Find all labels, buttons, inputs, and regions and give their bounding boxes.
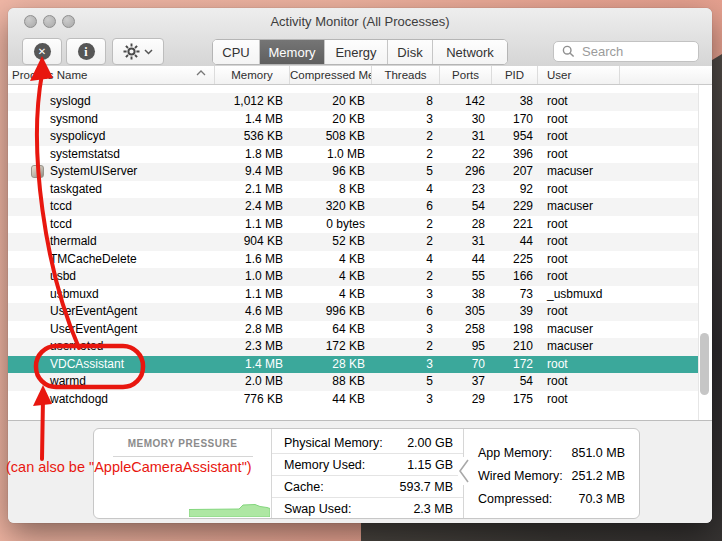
process-table-row[interactable]: SystemUIServer 9.4 MB 96 KB 5 296 207 ma… xyxy=(8,163,698,181)
memory-cell: 2.1 MB xyxy=(215,181,290,199)
stat-row: App Memory: 851.0 MB xyxy=(464,441,639,464)
compressed-mem-cell: 508 KB xyxy=(290,128,372,146)
stats-footer: MEMORY PRESSURE Physical Memory: 2.00 GB… xyxy=(8,420,712,523)
process-table-row[interactable]: UserEventAgent 2.8 MB 64 KB 3 258 198 ma… xyxy=(8,321,698,339)
ports-cell: 305 xyxy=(440,303,492,321)
process-table-row[interactable]: tccd 2.4 MB 320 KB 6 54 229 macuser xyxy=(8,198,698,216)
ports-cell: 31 xyxy=(440,128,492,146)
divider xyxy=(113,456,253,457)
column-header-ports[interactable]: Ports xyxy=(440,66,492,84)
magnifier-icon xyxy=(562,45,575,58)
inspect-process-button[interactable]: i xyxy=(66,38,106,65)
process-table-row[interactable]: usernoted 2.3 MB 172 KB 2 95 210 macuser xyxy=(8,338,698,356)
process-table-row[interactable]: UserEventAgent 4.6 MB 996 KB 6 305 39 ro… xyxy=(8,303,698,321)
memory-cell: 1.4 MB xyxy=(215,111,290,129)
memory-cell: 4.6 MB xyxy=(215,303,290,321)
stat-row: Compressed: 70.3 MB xyxy=(464,487,639,510)
process-table-row[interactable]: syslogd 1,012 KB 20 KB 8 142 38 root xyxy=(8,93,698,111)
process-name-cell: usbmuxd xyxy=(8,286,215,304)
table-header: Process Name Memory Compressed Mem Threa… xyxy=(8,66,712,85)
compressed-mem-cell: 1.0 MB xyxy=(290,146,372,164)
threads-cell: 2 xyxy=(372,268,440,286)
tab-network[interactable]: Network xyxy=(433,40,507,64)
pid-cell: 170 xyxy=(492,111,538,129)
tab-energy[interactable]: Energy xyxy=(325,40,388,64)
memory-cell: 904 KB xyxy=(215,233,290,251)
process-table-row[interactable]: watchdogd 776 KB 44 KB 3 29 175 root xyxy=(8,391,698,409)
process-name-cell: usernoted xyxy=(8,338,215,356)
pid-cell: 207 xyxy=(492,163,538,181)
user-cell: root xyxy=(538,303,620,321)
threads-cell: 3 xyxy=(372,321,440,339)
process-table-row[interactable]: VDCAssistant 1.4 MB 28 KB 3 70 172 root xyxy=(8,356,698,374)
pid-cell: 38 xyxy=(492,93,538,111)
info-circle-icon: i xyxy=(78,43,95,60)
process-table-row[interactable]: TMCacheDelete 1.6 MB 4 KB 4 44 225 root xyxy=(8,251,698,269)
process-table-row[interactable]: syspolicyd 536 KB 508 KB 2 31 954 root xyxy=(8,128,698,146)
threads-cell: 6 xyxy=(372,303,440,321)
column-header-filler xyxy=(620,66,712,84)
ports-cell: 296 xyxy=(440,163,492,181)
tab-disk[interactable]: Disk xyxy=(388,40,433,64)
process-table-row[interactable]: usbmuxd 1.1 MB 4 KB 3 38 73 _usbmuxd xyxy=(8,286,698,304)
column-header-threads[interactable]: Threads xyxy=(372,66,440,84)
user-cell: root xyxy=(538,373,620,391)
tab-cpu[interactable]: CPU xyxy=(213,40,260,64)
process-table-row[interactable]: thermald 904 KB 52 KB 2 31 44 root xyxy=(8,233,698,251)
process-table-row[interactable]: tccd 1.1 MB 0 bytes 2 28 221 root xyxy=(8,216,698,234)
tab-memory[interactable]: Memory xyxy=(260,40,325,64)
ports-cell: 31 xyxy=(440,233,492,251)
threads-cell: 2 xyxy=(372,233,440,251)
process-name-cell: syspolicyd xyxy=(8,128,215,146)
compressed-mem-cell: 4 KB xyxy=(290,268,372,286)
ports-cell: 29 xyxy=(440,391,492,409)
stat-value: 70.3 MB xyxy=(578,492,625,506)
user-cell: root xyxy=(538,181,620,199)
ports-cell: 23 xyxy=(440,181,492,199)
pid-cell: 229 xyxy=(492,198,538,216)
ports-cell: 55 xyxy=(440,268,492,286)
column-header-pid[interactable]: PID xyxy=(492,66,538,84)
user-cell: root xyxy=(538,251,620,269)
scrollbar-thumb[interactable] xyxy=(700,333,709,395)
process-table-row[interactable]: systemstatsd 1.8 MB 1.0 MB 2 22 396 root xyxy=(8,146,698,164)
sort-ascending-icon xyxy=(196,70,206,76)
view-tabs: CPU Memory Energy Disk Network xyxy=(212,39,508,65)
process-table-row[interactable]: taskgated 2.1 MB 8 KB 4 23 92 root xyxy=(8,181,698,199)
quit-process-button[interactable]: ✕ xyxy=(22,38,62,65)
column-header-memory[interactable]: Memory xyxy=(215,66,290,84)
pid-cell: 175 xyxy=(492,391,538,409)
ports-cell: 37 xyxy=(440,373,492,391)
settings-dropdown-button[interactable] xyxy=(112,38,164,65)
stat-label: Memory Used: xyxy=(284,458,365,472)
search-input[interactable] xyxy=(580,43,684,60)
column-header-compressed-mem[interactable]: Compressed Mem xyxy=(290,66,372,84)
ports-cell: 30 xyxy=(440,111,492,129)
compressed-mem-cell: 320 KB xyxy=(290,198,372,216)
stat-label: Physical Memory: xyxy=(284,436,383,450)
process-table-row[interactable]: sysmond 1.4 MB 20 KB 3 30 170 root xyxy=(8,111,698,129)
column-header-process-name[interactable]: Process Name xyxy=(8,66,215,84)
pid-cell: 954 xyxy=(492,128,538,146)
compressed-mem-cell: 4 KB xyxy=(290,286,372,304)
search-field[interactable] xyxy=(553,41,699,62)
process-table-row[interactable]: warmd 2.0 MB 88 KB 5 37 54 root xyxy=(8,373,698,391)
memory-cell: 1.1 MB xyxy=(215,286,290,304)
activity-monitor-window: Activity Monitor (All Processes) ✕ i xyxy=(8,8,712,523)
user-cell: root xyxy=(538,268,620,286)
user-cell: root xyxy=(538,233,620,251)
process-table-row[interactable]: suhelperd 2.0 MB 512 KB 2 33 253 root xyxy=(8,85,698,93)
column-header-user[interactable]: User xyxy=(538,66,620,84)
threads-cell: 2 xyxy=(372,338,440,356)
memory-stats-right-column: App Memory: 851.0 MB Wired Memory: 251.2… xyxy=(464,429,639,518)
pid-cell: 225 xyxy=(492,251,538,269)
stat-row: Wired Memory: 251.2 MB xyxy=(464,464,639,487)
stat-row: Memory Used: 1.15 GB xyxy=(272,454,463,476)
stat-value: 851.0 MB xyxy=(571,446,625,460)
user-cell: root xyxy=(538,93,620,111)
pid-cell: 166 xyxy=(492,268,538,286)
memory-cell: 536 KB xyxy=(215,128,290,146)
ports-cell: 54 xyxy=(440,198,492,216)
process-table-row[interactable]: usbd 1.0 MB 4 KB 2 55 166 root xyxy=(8,268,698,286)
memory-cell: 2.8 MB xyxy=(215,321,290,339)
